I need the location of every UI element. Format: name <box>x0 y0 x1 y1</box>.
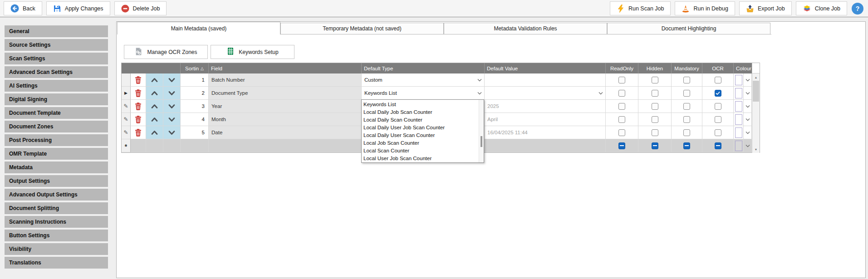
column-header-readonly[interactable]: ReadOnly <box>606 63 638 73</box>
dropdown-scrollbar-thumb[interactable] <box>481 136 482 147</box>
move-up-button[interactable] <box>146 87 163 100</box>
colour-dropdown-button[interactable] <box>744 87 752 100</box>
sidebar-item-visibility[interactable]: Visibility <box>5 243 108 255</box>
help-button[interactable]: ? <box>852 3 863 15</box>
move-up-button[interactable] <box>146 126 163 139</box>
sort-order-cell[interactable]: 3 <box>181 100 209 113</box>
dropdown-item-local-daily-scan-counter[interactable]: Local Daily Scan Counter <box>362 116 478 124</box>
hidden-checkbox-unchecked[interactable] <box>652 77 658 83</box>
dropdown-item-local-user-job-scan-counter[interactable]: Local User Job Scan Counter <box>362 155 478 162</box>
readonly-checkbox-unchecked[interactable] <box>618 103 625 110</box>
dropdown-item-keywords-list[interactable]: Keywords List <box>362 101 478 108</box>
scroll-down-arrow-icon[interactable]: ▼ <box>752 146 760 153</box>
dropdown-scrollbar[interactable] <box>479 100 484 162</box>
column-header-default-type[interactable]: Default Type <box>362 63 485 73</box>
colour-swatch[interactable] <box>735 75 742 85</box>
sort-order-cell[interactable]: 5 <box>181 126 209 139</box>
ocr-checkbox-unchecked[interactable] <box>715 116 721 123</box>
default-value-cell[interactable] <box>485 87 606 100</box>
default-value-cell[interactable]: 16/04/2025 11:44 <box>485 126 606 139</box>
grid-vertical-scrollbar[interactable]: ▲ ▼ <box>752 63 760 153</box>
export-job-button[interactable]: Export Job <box>739 1 792 15</box>
readonly-checkbox-unchecked[interactable] <box>618 90 625 97</box>
colour-dropdown-button[interactable] <box>744 139 752 152</box>
hidden-checkbox-unchecked[interactable] <box>652 116 658 123</box>
hidden-checkbox-unchecked[interactable] <box>652 90 658 97</box>
readonly-checkbox-unchecked[interactable] <box>618 116 625 123</box>
scroll-up-arrow-icon[interactable]: ▲ <box>752 73 760 81</box>
sidebar-item-output-settings[interactable]: Output Settings <box>5 175 108 187</box>
delete-row-button[interactable] <box>131 126 146 139</box>
column-header-colour[interactable]: Colour <box>734 63 752 73</box>
readonly-checkbox-unchecked[interactable] <box>618 77 625 83</box>
field-name-cell[interactable]: Year <box>209 100 362 113</box>
column-header-field[interactable]: Field <box>209 63 362 73</box>
sidebar-item-translations[interactable]: Translations <box>5 257 108 269</box>
default-value-cell[interactable]: 2025 <box>485 100 606 113</box>
tab-main-metadata-saved[interactable]: Main Metadata (saved) <box>117 22 280 34</box>
sidebar-item-scanning-instructions[interactable]: Scanning Instructions <box>5 216 108 228</box>
sidebar-item-document-zones[interactable]: Document Zones <box>5 121 108 132</box>
sidebar-item-scan-settings[interactable]: Scan Settings <box>5 53 108 64</box>
move-up-button[interactable] <box>146 73 163 87</box>
default-value-cell[interactable] <box>485 139 606 152</box>
move-down-button[interactable] <box>163 100 181 113</box>
dropdown-item-local-daily-job-scan-counter[interactable]: Local Daily Job Scan Counter <box>362 108 478 116</box>
chevron-down-icon[interactable] <box>598 92 605 95</box>
dropdown-item-local-daily-user-job-scan-counter[interactable]: Local Daily User Job Scan Counter <box>362 124 478 132</box>
readonly-checkbox-indeterminate[interactable] <box>618 142 625 149</box>
field-name-cell[interactable]: Batch Number <box>209 73 362 87</box>
move-up-button[interactable] <box>146 100 163 113</box>
hidden-checkbox-unchecked[interactable] <box>652 103 658 110</box>
sort-order-cell[interactable]: 4 <box>181 113 209 126</box>
mandatory-checkbox-unchecked[interactable] <box>683 116 690 123</box>
apply-changes-button[interactable]: Apply Changes <box>46 1 110 15</box>
mandatory-checkbox-unchecked[interactable] <box>683 77 690 83</box>
field-name-cell[interactable]: Month <box>209 113 362 126</box>
delete-job-button[interactable]: Delete Job <box>114 1 167 15</box>
clone-job-button[interactable]: Clone Job <box>796 1 847 15</box>
default-value-cell[interactable]: April <box>485 113 606 126</box>
sidebar-item-document-template[interactable]: Document Template <box>5 107 108 119</box>
field-name-cell[interactable] <box>209 139 362 152</box>
tab-metadata-validation-rules[interactable]: Metadata Validation Rules <box>444 23 607 34</box>
colour-dropdown-button[interactable] <box>744 100 752 113</box>
column-header-hidden[interactable]: Hidden <box>638 63 672 73</box>
readonly-checkbox-unchecked[interactable] <box>618 129 625 136</box>
colour-swatch[interactable] <box>735 127 742 138</box>
colour-dropdown-button[interactable] <box>744 73 752 87</box>
move-up-button[interactable] <box>146 113 163 126</box>
dropdown-item-local-scan-counter[interactable]: Local Scan Counter <box>362 147 478 155</box>
sidebar-item-post-processing[interactable]: Post Processing <box>5 134 108 146</box>
manage-ocr-zones-button[interactable]: Manage OCR Zones <box>124 45 208 59</box>
sidebar-item-metadata[interactable]: Metadata <box>5 162 108 173</box>
column-header-mandatory[interactable]: Mandatory <box>672 63 702 73</box>
default-value-cell[interactable] <box>485 73 606 87</box>
mandatory-checkbox-unchecked[interactable] <box>683 129 690 136</box>
colour-dropdown-button[interactable] <box>744 113 752 126</box>
sidebar-item-omr-template[interactable]: OMR Template <box>5 148 108 160</box>
move-down-button[interactable] <box>163 126 181 139</box>
back-button[interactable]: Back <box>4 1 42 15</box>
mandatory-checkbox-unchecked[interactable] <box>683 90 690 97</box>
delete-row-button[interactable] <box>131 100 146 113</box>
sidebar-item-document-splitting[interactable]: Document Splitting <box>5 202 108 214</box>
sidebar-item-digital-signing[interactable]: Digital Signing <box>5 93 108 105</box>
sidebar-item-ai-settings[interactable]: AI Settings <box>5 80 108 92</box>
colour-swatch[interactable] <box>735 114 742 125</box>
ocr-checkbox-unchecked[interactable] <box>715 129 721 136</box>
chevron-down-icon[interactable] <box>477 78 484 82</box>
ocr-checkbox-checked[interactable] <box>715 90 721 97</box>
mandatory-checkbox-indeterminate[interactable] <box>683 142 690 149</box>
chevron-down-icon[interactable] <box>477 92 484 95</box>
move-down-button[interactable] <box>163 73 181 87</box>
colour-swatch[interactable] <box>735 88 742 98</box>
delete-row-button[interactable] <box>131 113 146 126</box>
ocr-checkbox-unchecked[interactable] <box>715 103 721 110</box>
run-scan-job-button[interactable]: Run Scan Job <box>610 1 671 15</box>
dropdown-item-local-daily-user-scan-counter[interactable]: Local Daily User Scan Counter <box>362 132 478 139</box>
delete-row-button[interactable] <box>131 73 146 87</box>
column-header-ocr[interactable]: OCR <box>702 63 734 73</box>
sidebar-item-advanced-output-settings[interactable]: Advanced Output Settings <box>5 189 108 201</box>
sort-order-cell[interactable]: 2 <box>181 87 209 100</box>
